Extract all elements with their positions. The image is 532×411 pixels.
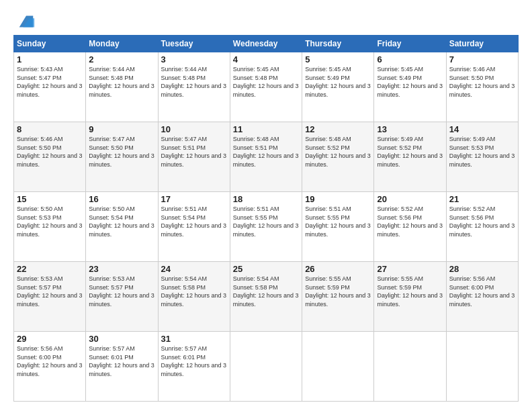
cell-info: Sunrise: 5:56 AMSunset: 6:00 PMDaylight:… xyxy=(17,345,83,377)
cell-info: Sunrise: 5:50 AMSunset: 5:53 PMDaylight:… xyxy=(17,205,83,238)
day-number: 28 xyxy=(449,264,515,274)
calendar-cell: 6 Sunrise: 5:45 AMSunset: 5:49 PMDayligh… xyxy=(374,52,446,122)
calendar-header-wednesday: Wednesday xyxy=(230,36,302,52)
calendar-cell xyxy=(302,332,374,402)
calendar-cell xyxy=(446,332,518,402)
day-number: 22 xyxy=(17,264,83,274)
calendar-cell: 5 Sunrise: 5:45 AMSunset: 5:49 PMDayligh… xyxy=(302,52,374,122)
calendar-cell: 26 Sunrise: 5:55 AMSunset: 5:59 PMDaylig… xyxy=(302,262,374,332)
calendar-cell: 22 Sunrise: 5:53 AMSunset: 5:57 PMDaylig… xyxy=(14,262,86,332)
calendar-cell: 24 Sunrise: 5:54 AMSunset: 5:58 PMDaylig… xyxy=(158,262,230,332)
day-number: 3 xyxy=(161,54,227,64)
calendar-cell: 18 Sunrise: 5:51 AMSunset: 5:55 PMDaylig… xyxy=(230,192,302,262)
cell-info: Sunrise: 5:51 AMSunset: 5:54 PMDaylight:… xyxy=(161,205,227,238)
day-number: 14 xyxy=(449,124,515,134)
calendar-cell: 17 Sunrise: 5:51 AMSunset: 5:54 PMDaylig… xyxy=(158,192,230,262)
day-number: 27 xyxy=(377,264,443,274)
calendar-cell: 29 Sunrise: 5:56 AMSunset: 6:00 PMDaylig… xyxy=(14,332,86,402)
day-number: 24 xyxy=(161,264,227,274)
cell-info: Sunrise: 5:50 AMSunset: 5:54 PMDaylight:… xyxy=(89,205,154,238)
calendar-cell: 20 Sunrise: 5:52 AMSunset: 5:56 PMDaylig… xyxy=(374,192,446,262)
cell-info: Sunrise: 5:45 AMSunset: 5:49 PMDaylight:… xyxy=(305,66,371,98)
day-number: 23 xyxy=(89,264,154,274)
day-number: 15 xyxy=(17,194,83,204)
calendar-header-friday: Friday xyxy=(374,36,446,52)
calendar-week-row: 1 Sunrise: 5:43 AMSunset: 5:47 PMDayligh… xyxy=(14,52,519,122)
cell-info: Sunrise: 5:49 AMSunset: 5:53 PMDaylight:… xyxy=(449,136,515,168)
calendar-cell: 27 Sunrise: 5:55 AMSunset: 5:59 PMDaylig… xyxy=(374,262,446,332)
cell-info: Sunrise: 5:47 AMSunset: 5:51 PMDaylight:… xyxy=(161,136,227,168)
day-number: 2 xyxy=(89,54,154,64)
calendar-header-thursday: Thursday xyxy=(302,36,374,52)
calendar-cell: 28 Sunrise: 5:56 AMSunset: 6:00 PMDaylig… xyxy=(446,262,518,332)
day-number: 6 xyxy=(377,54,443,64)
calendar-cell: 8 Sunrise: 5:46 AMSunset: 5:50 PMDayligh… xyxy=(14,122,86,192)
day-number: 30 xyxy=(89,334,154,344)
calendar-cell: 4 Sunrise: 5:45 AMSunset: 5:48 PMDayligh… xyxy=(230,52,302,122)
day-number: 25 xyxy=(233,264,299,274)
calendar-cell xyxy=(230,332,302,402)
cell-info: Sunrise: 5:54 AMSunset: 5:58 PMDaylight:… xyxy=(161,275,227,308)
day-number: 13 xyxy=(377,124,443,134)
day-number: 19 xyxy=(305,194,371,204)
day-number: 12 xyxy=(305,124,371,134)
day-number: 10 xyxy=(161,124,227,134)
calendar-cell xyxy=(374,332,446,402)
cell-info: Sunrise: 5:52 AMSunset: 5:56 PMDaylight:… xyxy=(449,205,515,238)
calendar-header-tuesday: Tuesday xyxy=(158,36,230,52)
day-number: 16 xyxy=(89,194,154,204)
day-number: 31 xyxy=(161,334,227,344)
day-number: 18 xyxy=(233,194,299,204)
logo xyxy=(13,12,36,28)
cell-info: Sunrise: 5:52 AMSunset: 5:56 PMDaylight:… xyxy=(377,205,443,238)
cell-info: Sunrise: 5:46 AMSunset: 5:50 PMDaylight:… xyxy=(17,136,83,168)
calendar-cell: 14 Sunrise: 5:49 AMSunset: 5:53 PMDaylig… xyxy=(446,122,518,192)
cell-info: Sunrise: 5:48 AMSunset: 5:52 PMDaylight:… xyxy=(305,136,371,168)
calendar-cell: 21 Sunrise: 5:52 AMSunset: 5:56 PMDaylig… xyxy=(446,192,518,262)
cell-info: Sunrise: 5:45 AMSunset: 5:49 PMDaylight:… xyxy=(377,66,443,98)
cell-info: Sunrise: 5:51 AMSunset: 5:55 PMDaylight:… xyxy=(305,205,371,238)
calendar-cell: 25 Sunrise: 5:54 AMSunset: 5:58 PMDaylig… xyxy=(230,262,302,332)
calendar-cell: 2 Sunrise: 5:44 AMSunset: 5:48 PMDayligh… xyxy=(86,52,158,122)
day-number: 26 xyxy=(305,264,371,274)
calendar-week-row: 15 Sunrise: 5:50 AMSunset: 5:53 PMDaylig… xyxy=(14,192,519,262)
calendar-cell: 3 Sunrise: 5:44 AMSunset: 5:48 PMDayligh… xyxy=(158,52,230,122)
calendar-cell: 19 Sunrise: 5:51 AMSunset: 5:55 PMDaylig… xyxy=(302,192,374,262)
cell-info: Sunrise: 5:44 AMSunset: 5:48 PMDaylight:… xyxy=(161,66,227,98)
cell-info: Sunrise: 5:44 AMSunset: 5:48 PMDaylight:… xyxy=(89,66,154,98)
cell-info: Sunrise: 5:43 AMSunset: 5:47 PMDaylight:… xyxy=(17,66,83,98)
cell-info: Sunrise: 5:48 AMSunset: 5:51 PMDaylight:… xyxy=(233,136,299,168)
calendar-table: SundayMondayTuesdayWednesdayThursdayFrid… xyxy=(13,35,519,402)
cell-info: Sunrise: 5:57 AMSunset: 6:01 PMDaylight:… xyxy=(89,345,154,377)
calendar-cell: 23 Sunrise: 5:53 AMSunset: 5:57 PMDaylig… xyxy=(86,262,158,332)
calendar-cell: 11 Sunrise: 5:48 AMSunset: 5:51 PMDaylig… xyxy=(230,122,302,192)
calendar-cell: 12 Sunrise: 5:48 AMSunset: 5:52 PMDaylig… xyxy=(302,122,374,192)
cell-info: Sunrise: 5:51 AMSunset: 5:55 PMDaylight:… xyxy=(233,205,299,238)
cell-info: Sunrise: 5:53 AMSunset: 5:57 PMDaylight:… xyxy=(89,275,154,308)
day-number: 21 xyxy=(449,194,515,204)
cell-info: Sunrise: 5:46 AMSunset: 5:50 PMDaylight:… xyxy=(449,66,515,98)
cell-info: Sunrise: 5:49 AMSunset: 5:52 PMDaylight:… xyxy=(377,136,443,168)
calendar-header-monday: Monday xyxy=(86,36,158,52)
calendar-week-row: 29 Sunrise: 5:56 AMSunset: 6:00 PMDaylig… xyxy=(14,332,519,402)
day-number: 17 xyxy=(161,194,227,204)
day-number: 20 xyxy=(377,194,443,204)
calendar-cell: 15 Sunrise: 5:50 AMSunset: 5:53 PMDaylig… xyxy=(14,192,86,262)
day-number: 11 xyxy=(233,124,299,134)
cell-info: Sunrise: 5:54 AMSunset: 5:58 PMDaylight:… xyxy=(233,275,299,308)
cell-info: Sunrise: 5:55 AMSunset: 5:59 PMDaylight:… xyxy=(377,275,443,308)
calendar-cell: 7 Sunrise: 5:46 AMSunset: 5:50 PMDayligh… xyxy=(446,52,518,122)
cell-info: Sunrise: 5:45 AMSunset: 5:48 PMDaylight:… xyxy=(233,66,299,98)
day-number: 7 xyxy=(449,54,515,64)
cell-info: Sunrise: 5:47 AMSunset: 5:50 PMDaylight:… xyxy=(89,136,154,168)
calendar-header-sunday: Sunday xyxy=(14,36,86,52)
logo-icon xyxy=(17,12,36,31)
cell-info: Sunrise: 5:55 AMSunset: 5:59 PMDaylight:… xyxy=(305,275,371,308)
calendar-cell: 16 Sunrise: 5:50 AMSunset: 5:54 PMDaylig… xyxy=(86,192,158,262)
day-number: 9 xyxy=(89,124,154,134)
cell-info: Sunrise: 5:56 AMSunset: 6:00 PMDaylight:… xyxy=(449,275,515,308)
calendar-cell: 31 Sunrise: 5:57 AMSunset: 6:01 PMDaylig… xyxy=(158,332,230,402)
page: SundayMondayTuesdayWednesdayThursdayFrid… xyxy=(0,0,532,411)
calendar-cell: 13 Sunrise: 5:49 AMSunset: 5:52 PMDaylig… xyxy=(374,122,446,192)
calendar-week-row: 22 Sunrise: 5:53 AMSunset: 5:57 PMDaylig… xyxy=(14,262,519,332)
